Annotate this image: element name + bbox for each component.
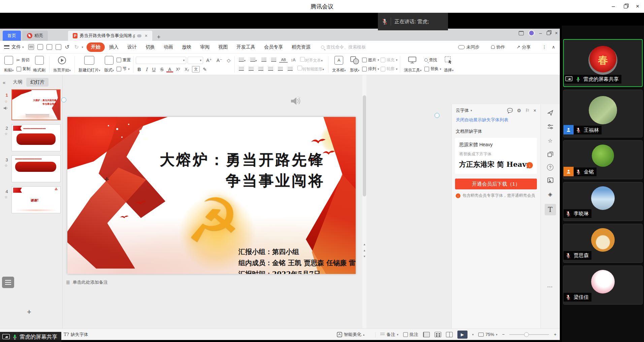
scroll-double-icon[interactable]: ▴ [362, 248, 367, 252]
paragraph-spacing-icon[interactable] [288, 67, 293, 71]
arrange-button[interactable]: 排列▾ [362, 66, 379, 72]
participant-tile-leihu[interactable]: 春 雷虎的屏幕共享 [563, 39, 643, 87]
share-button[interactable]: ↗分享 [517, 44, 531, 50]
highlight-pen-icon[interactable]: ✎ [201, 66, 208, 72]
edit-handle[interactable] [434, 113, 440, 118]
new-tab-button[interactable]: + [157, 34, 161, 41]
file-menu[interactable]: 文件 [11, 44, 21, 50]
present-tools-button[interactable]: 演示工具▾ [402, 55, 424, 74]
bullet-list-icon[interactable] [239, 58, 244, 62]
font-color-button[interactable]: A [166, 66, 173, 72]
reading-view-icon[interactable] [446, 332, 453, 337]
image-tool-icon[interactable] [546, 176, 554, 184]
tab-home[interactable]: 首页 [3, 31, 21, 41]
text-direction-icon[interactable]: AB [279, 57, 288, 63]
edit-handle[interactable] [61, 97, 66, 102]
zoom-slider[interactable] [509, 334, 549, 335]
add-slide-button[interactable]: + [27, 308, 31, 316]
increase-font-button[interactable]: A⁺ [204, 57, 214, 63]
decrease-indent-icon[interactable] [261, 58, 266, 62]
outline-tab[interactable]: 大纲 [9, 78, 26, 87]
missing-font-status[interactable]: T?缺失字体 [64, 332, 88, 338]
smart-beautify-button[interactable]: 智能美化▴ [337, 332, 365, 338]
participant-tile-wangfulin[interactable]: 王福林 [563, 90, 643, 137]
floating-list-widget[interactable] [2, 277, 14, 288]
fill-button[interactable]: 填充▾ [381, 57, 398, 63]
menu-item-docer-res[interactable]: 稻壳资源 [287, 42, 315, 52]
close-pane-icon[interactable]: × [534, 108, 536, 113]
hamburger-icon[interactable] [4, 45, 9, 49]
slide-thumbnail-1[interactable]: 大熔炉：勇当开路先锋 争当事业闯将 [11, 89, 61, 120]
font-name-select[interactable]: ▾ [136, 57, 186, 64]
download-after-membership-button[interactable]: 开通会员后下载（1） [455, 179, 537, 189]
slide-thumbnail-2[interactable]: ■■■■■■■■■■■■■■■■■■■■■■ [11, 124, 61, 151]
align-text-icon[interactable] [300, 57, 305, 62]
menu-item-slideshow[interactable]: 放映 [178, 42, 196, 52]
print-icon[interactable] [46, 44, 52, 50]
replace-button[interactable]: 替换▾ [424, 66, 442, 72]
to-smart-graphic-icon[interactable] [297, 66, 302, 70]
slide-thumbnail-4[interactable]: ⁂ 谢谢! [11, 186, 61, 213]
feedback-icon[interactable]: 💬 [507, 108, 513, 113]
play-options-caret[interactable]: ▾ [472, 333, 474, 336]
phonetic-guide-button[interactable]: 文 [192, 66, 200, 72]
participant-tile-jinming[interactable]: 金铭 [563, 140, 643, 179]
wps-minimize-icon[interactable]: – [539, 30, 542, 36]
notes-button[interactable]: 备注▾ [380, 332, 398, 338]
number-list-icon[interactable] [250, 58, 255, 62]
workspace-icon[interactable] [519, 31, 524, 35]
section-button[interactable]: 节▾ [117, 66, 131, 72]
scroll-up-icon[interactable]: ▴ [362, 242, 367, 246]
slide-title[interactable]: 大熔炉：勇当开路先锋 争当事业闯将 [160, 149, 325, 191]
notes-bar[interactable]: ☰ 单击此处添加备注 [66, 278, 359, 287]
slide-thumbnail-3[interactable]: ■■■■■■■■■■■■■■■■■■■■■■■■■■ [11, 155, 61, 182]
menu-item-animation[interactable]: 动画 [159, 42, 178, 52]
menu-item-review[interactable]: 审阅 [196, 42, 214, 52]
wps-maximize-icon[interactable] [547, 31, 550, 35]
menu-item-design[interactable]: 设计 [123, 42, 141, 52]
copy-button[interactable]: 复制 [17, 66, 31, 72]
justify-icon[interactable] [268, 67, 273, 71]
sync-status[interactable]: 未同步 [458, 44, 480, 50]
gear-icon[interactable]: ⚙ [517, 108, 521, 113]
menu-item-view[interactable]: 视图 [214, 42, 232, 52]
zoom-level[interactable]: 75%▾ [478, 332, 497, 337]
participant-tile-lixiaolin[interactable]: 李晓琳 [563, 182, 643, 221]
normal-view-icon[interactable] [423, 332, 430, 337]
quick-tools-icon[interactable] [546, 109, 554, 117]
cut-button[interactable]: ✂剪切 [17, 57, 31, 63]
decrease-font-button[interactable]: A⁻ [215, 57, 224, 63]
shape-button[interactable]: 形状▾ [348, 55, 361, 74]
collapse-ribbon-icon[interactable]: ∧ [552, 44, 555, 50]
menu-item-transition[interactable]: 切换 [141, 42, 159, 52]
slide-info-block[interactable]: 汇报小组：第四小组 组内成员：金铭 王凯 贾思森 任锡廉 雷虎 汇报时间：202… [238, 246, 356, 274]
new-file-icon[interactable] [28, 44, 34, 50]
font-size-select[interactable]: ▾ [188, 57, 203, 64]
download-font-icon[interactable]: ↓ [526, 162, 533, 168]
comments-button[interactable]: 批注 [403, 332, 418, 338]
save-icon[interactable] [37, 44, 43, 50]
pin-icon[interactable]: ⚐ [525, 108, 529, 113]
line-spacing-icon[interactable]: ↕A [289, 57, 297, 63]
picture-button[interactable]: 图片▾ [362, 57, 379, 63]
menu-item-insert[interactable]: 插入 [105, 42, 123, 52]
textbox-button[interactable]: A文本框▾ [330, 55, 348, 74]
collapse-panel-icon[interactable]: « [3, 80, 5, 85]
command-search[interactable]: 查找命令、搜索模板 [321, 44, 366, 50]
distribute-icon[interactable] [278, 67, 283, 71]
rail-more-icon[interactable]: ••• [547, 285, 553, 289]
subscript-button[interactable]: X₂ [183, 67, 191, 72]
scrollbar-thumb[interactable] [363, 95, 366, 196]
undo-icon[interactable]: ↺ [65, 45, 70, 50]
collaborate-button[interactable]: 协作 [491, 44, 505, 50]
account-avatar[interactable] [528, 30, 535, 36]
strikethrough-button[interactable]: S [159, 66, 165, 72]
menu-item-devtools[interactable]: 开发工具 [232, 42, 260, 52]
slides-tab[interactable]: 幻灯片 [26, 78, 49, 87]
clear-format-icon[interactable]: ◇ [225, 57, 232, 63]
menu-item-start[interactable]: 开始 [87, 42, 105, 52]
maximize-button[interactable] [620, 2, 631, 11]
select-button[interactable]: 选择▾ [442, 55, 456, 74]
format-painter-button[interactable]: 格式刷 [31, 55, 47, 74]
layout-button[interactable]: 版式▾ [102, 55, 116, 74]
